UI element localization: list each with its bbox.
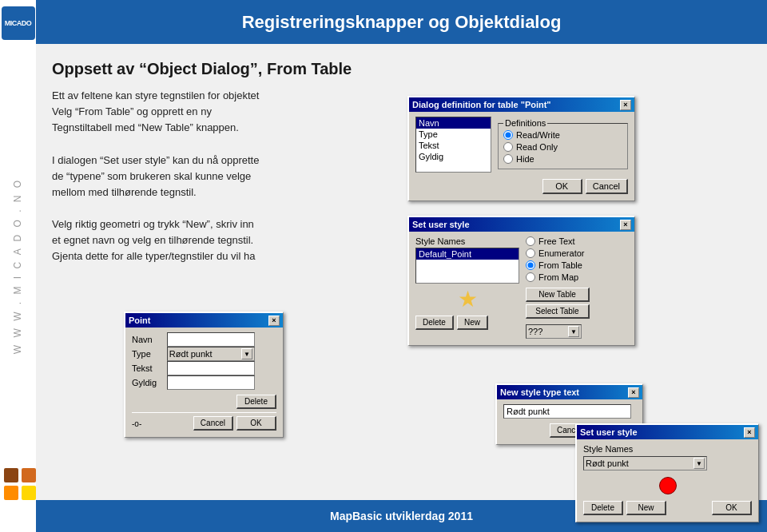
style-names-select-bottom[interactable]: Rødt punkt ▼ xyxy=(583,456,707,470)
label-type: Type xyxy=(132,347,167,361)
header-title: Registreringsknapper og Objektdialog xyxy=(242,12,562,33)
color-squares xyxy=(4,468,36,500)
para-1: Velg “From Table” og opprett en ny xyxy=(52,105,212,117)
label-gyldig: Gyldig xyxy=(132,375,167,390)
dialog-point-close[interactable]: × xyxy=(268,316,280,326)
vertical-text: W W W . M I C A D O . N O xyxy=(12,178,23,354)
dialog-new-style-text-close[interactable]: × xyxy=(628,387,639,398)
definitions-radio-group: Read/Write Read Only Hide xyxy=(503,130,622,164)
para-4: de “typene” som brukeren skal kunne velg… xyxy=(52,170,251,182)
style-names-select-arrow[interactable]: ▼ xyxy=(693,458,705,469)
para-3: I dialogen “Set user style” kan du nå op… xyxy=(52,154,259,166)
style-type-radio-group: Free Text Enumerator From Table From Map xyxy=(526,236,628,282)
field-row-tekst: Tekst xyxy=(132,361,276,375)
dialog-set-user-style-bottom-body: Style Names Rødt punkt ▼ Delete New OK xyxy=(577,439,758,522)
radio-enumerator[interactable]: Enumerator xyxy=(526,248,628,258)
new-table-btn[interactable]: New Table xyxy=(526,288,590,302)
dialog-set-user-style-bottom-ok[interactable]: OK xyxy=(712,501,752,515)
listbox-item-navn[interactable]: Navn xyxy=(416,117,491,129)
body-text: Ett av feltene kan styre tegnstilen for … xyxy=(52,88,459,265)
style-names-label-top: Style Names xyxy=(415,236,519,246)
input-gyldig[interactable] xyxy=(167,375,255,390)
new-btn-top[interactable]: New xyxy=(457,316,488,330)
para-7: et egnet navn og velg en tilhørende tegn… xyxy=(52,234,253,246)
color-square-brown xyxy=(4,468,18,482)
label-navn: Navn xyxy=(132,332,167,347)
definitions-label: Definitions xyxy=(503,118,547,128)
input-navn[interactable] xyxy=(167,332,255,347)
logo-text: MICADO xyxy=(5,19,32,27)
field-row-navn: Navn xyxy=(132,332,276,347)
radio-hide[interactable]: Hide xyxy=(503,154,622,164)
radio-readwrite[interactable]: Read/Write xyxy=(503,130,622,140)
new-style-text-input[interactable]: Rødt punkt xyxy=(503,404,631,419)
dialog-definition-body: Navn Type Tekst Gyldig Definitions Read/… xyxy=(409,112,634,200)
dialog-set-user-style-bottom-title: Set user style xyxy=(580,427,638,437)
dialog-set-user-style-bottom-titlebar: Set user style × xyxy=(577,425,758,439)
radio-from-table[interactable]: From Table xyxy=(526,260,628,270)
color-square-orange xyxy=(4,486,18,500)
para-5: mellom med tilhørende tegnstil. xyxy=(52,186,197,198)
dialog-point-titlebar: Point × xyxy=(125,313,283,328)
para-6: Velg riktig geometri og trykk “New”, skr… xyxy=(52,218,254,230)
listbox-item-type[interactable]: Type xyxy=(416,129,491,140)
dialog-new-style-text-titlebar: New style type text × xyxy=(497,385,642,399)
label-tekst: Tekst xyxy=(132,361,167,375)
star-icon-top: ★ xyxy=(458,288,478,311)
select-type-arrow[interactable]: ▼ xyxy=(241,348,252,359)
definitions-group: Definitions Read/Write Read Only Hide xyxy=(498,123,628,169)
dialog-new-style-text-title: New style type text xyxy=(500,387,579,397)
style-names-listbox-top[interactable]: Default_Point xyxy=(415,248,519,284)
dialog-point-cancel[interactable]: Cancel xyxy=(193,416,233,431)
color-square-tan xyxy=(22,468,36,482)
delete-btn-top[interactable]: Delete xyxy=(415,316,454,330)
query-select[interactable]: ??? ▼ xyxy=(526,324,582,339)
radio-readonly[interactable]: Read Only xyxy=(503,142,622,152)
dialog-set-user-style-top: Set user style × Style Names Default_Poi… xyxy=(407,216,635,346)
dialog-set-user-style-top-close[interactable]: × xyxy=(620,220,631,230)
dialog-definition: Dialog definition for table "Point" × Na… xyxy=(407,96,635,201)
dialog-point-title: Point xyxy=(129,316,151,325)
dialog-definition-ok[interactable]: OK xyxy=(542,179,582,194)
dialog-definition-cancel[interactable]: Cancel xyxy=(586,179,628,194)
dialog-definition-listbox[interactable]: Navn Type Tekst Gyldig xyxy=(415,117,491,173)
section-title: Oppsett av “Object Dialog”, From Table xyxy=(52,60,751,78)
dialog-point-ok[interactable]: OK xyxy=(236,416,276,431)
dialog-set-user-style-top-titlebar: Set user style × xyxy=(409,217,634,232)
dialog-set-user-style-top-title: Set user style xyxy=(412,220,470,229)
field-row-type: Type Rødt punkt ▼ xyxy=(132,347,276,361)
color-square-yellow xyxy=(22,486,36,500)
header-bar: Registreringsknapper og Objektdialog xyxy=(36,0,767,44)
style-names-label-bottom: Style Names xyxy=(583,444,752,454)
query-select-arrow[interactable]: ▼ xyxy=(568,326,579,337)
red-dot-icon xyxy=(659,477,677,494)
dialog-point-table: Navn Type Rødt punkt ▼ Tekst Gyldig xyxy=(132,332,276,390)
listbox-item-gyldig[interactable]: Gyldig xyxy=(416,151,491,162)
dialog-definition-close[interactable]: × xyxy=(620,100,631,110)
dialog-set-user-style-top-body: Style Names Default_Point ★ Delete New F xyxy=(409,232,634,345)
left-strip: MICADO W W W . M I C A D O . N O xyxy=(0,0,36,532)
para-2: Tegnstiltabell med “New Table” knappen. xyxy=(52,121,239,133)
dialog-set-user-style-bottom: Set user style × Style Names Rødt punkt … xyxy=(575,423,759,522)
listbox-item-tekst[interactable]: Tekst xyxy=(416,140,491,151)
dialog-point-delete[interactable]: Delete xyxy=(236,395,276,409)
radio-free-text[interactable]: Free Text xyxy=(526,236,628,246)
separator-label: -o- xyxy=(132,419,141,428)
dialog-set-user-style-bottom-close[interactable]: × xyxy=(744,427,755,438)
dialog-point-body: Navn Type Rødt punkt ▼ Tekst Gyldig xyxy=(125,328,283,437)
radio-from-map[interactable]: From Map xyxy=(526,272,628,282)
listbox-item-default-point-top[interactable]: Default_Point xyxy=(416,248,519,260)
footer-text: MapBasic utviklerdag 2011 xyxy=(330,510,473,522)
logo: MICADO xyxy=(2,6,35,40)
dialog-set-user-style-bottom-delete[interactable]: Delete xyxy=(583,501,623,515)
separator xyxy=(132,412,276,413)
dialog-definition-titlebar: Dialog definition for table "Point" × xyxy=(409,97,634,112)
select-table-btn[interactable]: Select Table xyxy=(526,304,590,319)
para-0: Ett av feltene kan styre tegnstilen for … xyxy=(52,89,259,101)
select-type[interactable]: Rødt punkt ▼ xyxy=(167,347,255,361)
para-8: Gjenta dette for alle typer/tegnstiler d… xyxy=(52,250,255,262)
input-tekst[interactable] xyxy=(167,361,255,375)
field-row-gyldig: Gyldig xyxy=(132,375,276,390)
dialog-point: Point × Navn Type Rødt punkt ▼ Tekst xyxy=(124,312,284,438)
dialog-set-user-style-bottom-new[interactable]: New xyxy=(626,501,666,515)
